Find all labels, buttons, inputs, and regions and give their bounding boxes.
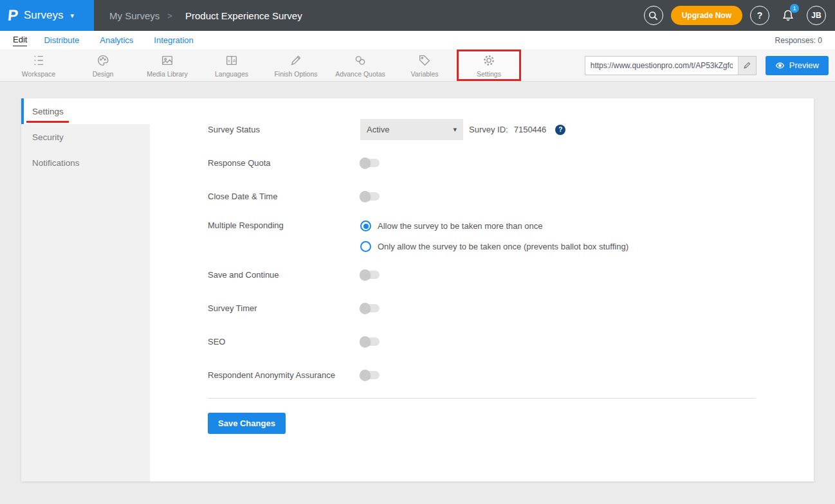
search-button[interactable] <box>644 6 663 25</box>
seo-toggle[interactable] <box>360 338 380 346</box>
toolbar-item-media-library[interactable]: Media Library <box>135 50 199 81</box>
preview-button[interactable]: Preview <box>766 56 829 75</box>
responses-count: Responses: 0 <box>775 36 822 45</box>
multiple-responding-row: Multiple Responding Allow the survey to … <box>208 219 756 252</box>
edit-url-button[interactable] <box>738 57 756 75</box>
breadcrumb-separator: > <box>167 11 172 21</box>
survey-timer-label: Survey Timer <box>208 303 360 313</box>
close-date-toggle[interactable] <box>360 192 380 201</box>
settings-form: Survey Status Active ▾ Survey ID: 715044… <box>150 98 814 482</box>
anonymity-label: Respondent Anonymity Assurance <box>208 370 360 380</box>
top-bar: P Surveys ▾ My Surveys > Product Experie… <box>0 0 835 31</box>
toolbar-item-label: Languages <box>215 70 248 78</box>
help-button[interactable]: ? <box>750 6 769 25</box>
toolbar-item-advance-quotas[interactable]: Advance Quotas <box>328 50 392 81</box>
settings-underline-annotation <box>26 121 69 123</box>
radio-option-once-only[interactable]: Only allow the survey to be taken once (… <box>360 241 629 252</box>
survey-timer-toggle[interactable] <box>360 304 380 312</box>
product-name: Surveys <box>24 9 63 22</box>
notification-badge: 1 <box>790 4 799 13</box>
section-nav: Edit Distribute Analytics Integration Re… <box>0 31 835 50</box>
survey-status-dropdown[interactable]: Active ▾ <box>360 119 463 140</box>
sidebar-item-label: Settings <box>32 107 64 116</box>
active-tab-indicator <box>21 98 24 124</box>
sidebar-group: Security Notifications <box>21 124 150 482</box>
sidebar-item-security[interactable]: Security <box>21 124 150 150</box>
close-date-row: Close Date & Time <box>208 186 756 207</box>
edit-toolbar: Workspace Design Media Library x A Langu… <box>0 50 835 82</box>
svg-text:x: x <box>228 58 230 62</box>
survey-status-label: Survey Status <box>208 125 360 134</box>
toolbar-item-finish-options[interactable]: Finish Options <box>264 50 328 81</box>
finish-options-icon <box>289 53 303 68</box>
design-icon <box>96 53 110 68</box>
toolbar-item-label: Finish Options <box>274 70 317 78</box>
toolbar-item-label: Settings <box>477 70 501 78</box>
tab-integration[interactable]: Integration <box>154 35 193 45</box>
radio-option-label: Only allow the survey to be taken once (… <box>378 242 629 251</box>
chevron-down-icon: ▾ <box>70 12 74 20</box>
variables-icon <box>418 53 432 68</box>
radio-option-multiple-allowed[interactable]: Allow the survey to be taken more than o… <box>360 221 629 231</box>
save-continue-toggle[interactable] <box>360 271 380 279</box>
topbar-actions: Upgrade Now ? 1 JB <box>644 4 835 26</box>
upgrade-now-button[interactable]: Upgrade Now <box>671 6 742 25</box>
response-quota-toggle[interactable] <box>360 159 380 167</box>
toolbar-item-design[interactable]: Design <box>71 50 135 81</box>
settings-sidebar: Settings Security Notifications <box>21 98 150 482</box>
toolbar-item-workspace[interactable]: Workspace <box>6 50 71 81</box>
survey-timer-row: Survey Timer <box>208 298 756 319</box>
sidebar-item-label: Notifications <box>32 158 80 168</box>
tab-edit[interactable]: Edit <box>13 35 27 46</box>
save-continue-row: Save and Continue <box>208 264 756 285</box>
multiple-responding-options: Allow the survey to be taken more than o… <box>360 219 629 252</box>
svg-text:A: A <box>233 58 236 62</box>
languages-icon: x A <box>225 53 239 68</box>
response-quota-row: Response Quota <box>208 152 756 174</box>
chevron-down-icon: ▾ <box>453 125 457 134</box>
toolbar-item-settings[interactable]: Settings <box>459 51 519 79</box>
questionpro-logo[interactable]: P Surveys ▾ <box>0 0 94 31</box>
sidebar-item-notifications[interactable]: Notifications <box>21 150 150 176</box>
breadcrumb: My Surveys > Product Experience Survey <box>109 10 302 21</box>
help-icon: ? <box>757 10 763 21</box>
seo-label: SEO <box>208 337 360 346</box>
survey-url-field <box>585 56 757 75</box>
seo-row: SEO <box>208 331 756 352</box>
breadcrumb-my-surveys[interactable]: My Surveys <box>109 10 160 21</box>
toolbar-item-variables[interactable]: Variables <box>392 50 457 81</box>
notifications-button[interactable]: 1 <box>777 4 799 26</box>
page-title: Product Experience Survey <box>185 10 302 21</box>
radio-selected-icon <box>360 221 371 231</box>
response-quota-label: Response Quota <box>208 158 360 168</box>
sidebar-item-label: Security <box>32 132 64 142</box>
survey-url-input[interactable] <box>585 57 738 75</box>
save-continue-label: Save and Continue <box>208 270 360 280</box>
settings-highlight-annotation: Settings <box>457 50 521 81</box>
form-divider <box>208 398 756 399</box>
eye-icon <box>775 62 785 69</box>
sidebar-item-settings[interactable]: Settings <box>21 98 150 124</box>
toolbar-item-label: Advance Quotas <box>335 70 385 78</box>
survey-status-row: Survey Status Active ▾ Survey ID: 715044… <box>208 119 756 140</box>
toolbar-item-label: Variables <box>411 70 439 78</box>
survey-status-value: Active <box>367 125 389 134</box>
toolbar-item-languages[interactable]: x A Languages <box>199 50 264 81</box>
close-date-label: Close Date & Time <box>208 192 360 201</box>
avatar[interactable]: JB <box>807 6 826 25</box>
search-icon <box>648 11 658 21</box>
logo-p-icon: P <box>7 6 19 24</box>
toolbar-item-label: Media Library <box>147 70 188 78</box>
anonymity-toggle[interactable] <box>360 371 380 379</box>
toolbar-item-label: Design <box>93 70 114 78</box>
advance-quotas-icon <box>353 53 367 68</box>
survey-id-value: 7150446 <box>514 125 547 134</box>
multiple-responding-label: Multiple Responding <box>208 219 360 230</box>
save-changes-button[interactable]: Save Changes <box>208 413 286 434</box>
media-library-icon <box>160 53 174 68</box>
survey-id-help-icon[interactable]: ? <box>555 125 565 135</box>
preview-button-label: Preview <box>789 60 819 70</box>
tab-distribute[interactable]: Distribute <box>44 35 79 45</box>
tab-analytics[interactable]: Analytics <box>100 35 133 45</box>
settings-card: Settings Security Notifications Survey S… <box>21 98 814 482</box>
